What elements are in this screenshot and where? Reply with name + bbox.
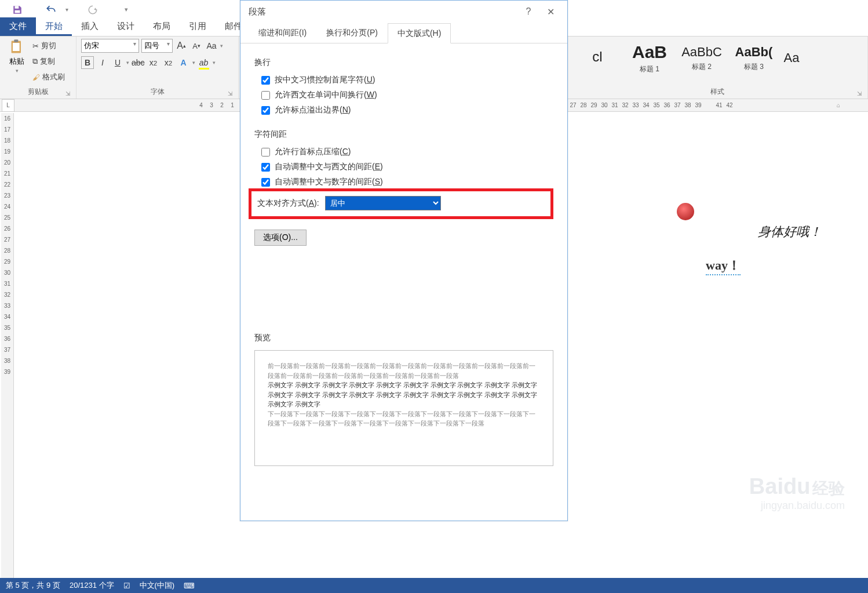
status-page[interactable]: 第 5 页，共 9 页 — [6, 580, 60, 591]
font-launcher[interactable]: ⇲ — [228, 90, 232, 97]
svg-rect-3 — [14, 39, 18, 42]
svg-rect-0 — [15, 6, 19, 9]
underline-button[interactable]: U — [111, 56, 124, 69]
ruler-tick: 38 — [4, 358, 10, 369]
tab-file[interactable]: 文件 — [0, 17, 36, 36]
group-font-label: 字体 — [151, 88, 165, 96]
tab-layout[interactable]: 布局 — [144, 17, 180, 36]
wrap-check-1[interactable]: 允许西文在单词中间换行(W) — [261, 90, 553, 100]
dialog-close[interactable]: ✕ — [539, 3, 561, 20]
clipboard-launcher[interactable]: ⇲ — [65, 90, 70, 97]
wrap-check-0[interactable]: 按中文习惯控制首尾字符(U) — [261, 75, 553, 85]
style-item-0[interactable]: cl — [571, 39, 623, 77]
dlg-tab-linebreak[interactable]: 换行和分页(P) — [316, 23, 388, 43]
ruler-tick: 2 — [217, 102, 227, 108]
ruler-tick: 37 — [672, 102, 683, 108]
ruler-tick: 4 — [196, 102, 206, 108]
subscript-button[interactable]: x2 — [147, 56, 160, 69]
group-font: 仿宋 ▾ 四号 ▾ A▴ A▾ Aa ▾ B I U▾ abc x2 x2 A▾… — [76, 37, 239, 99]
wrap-check-checkbox-2[interactable] — [261, 106, 270, 115]
spacing-check-checkbox-2[interactable] — [261, 178, 270, 187]
qat-undo-more[interactable]: ▾ — [63, 1, 71, 19]
text-align-select[interactable]: 居中 — [325, 196, 441, 210]
style-item-2[interactable]: AaBbC标题 2 — [676, 39, 728, 77]
text-effects[interactable]: A — [177, 56, 190, 69]
wrap-check-checkbox-0[interactable] — [261, 76, 270, 85]
options-button[interactable]: 选项(O)... — [254, 230, 307, 246]
font-size-picker[interactable]: 四号 ▾ — [141, 39, 173, 53]
spacing-check-checkbox-1[interactable] — [261, 163, 270, 172]
group-clipboard: 粘贴 ▾ ✂剪切 ⧉复制 🖌格式刷 剪贴板⇲ — [0, 37, 76, 99]
qat-redo[interactable] — [81, 1, 104, 19]
dialog-titlebar[interactable]: 段落 ? ✕ — [240, 1, 567, 23]
grow-font[interactable]: A▴ — [175, 39, 188, 52]
ruler-tick: 30 — [599, 102, 610, 108]
ruler-tick: 35 — [4, 325, 10, 336]
highlight-annotation: 文本对齐方式(A): 居中 — [249, 188, 553, 219]
ruler-tick: 25 — [4, 214, 10, 225]
highlight-button[interactable]: ab — [198, 56, 210, 69]
wrap-check-checkbox-1[interactable] — [261, 91, 270, 100]
ruler-tick: 22 — [4, 181, 10, 192]
spacing-check-2[interactable]: 自动调整中文与数字的间距(S) — [261, 177, 553, 187]
scissors-icon: ✂ — [32, 42, 39, 50]
tab-design[interactable]: 设计 — [108, 17, 144, 36]
ruler-tick: 35 — [651, 102, 662, 108]
dlg-tab-chinese[interactable]: 中文版式(H) — [388, 23, 451, 43]
ruler-tick: 17 — [4, 126, 10, 137]
style-item-4[interactable]: Aa — [780, 39, 803, 77]
cut-button[interactable]: ✂剪切 — [32, 39, 65, 53]
qat-save[interactable] — [6, 1, 29, 19]
shrink-font[interactable]: A▾ — [190, 39, 203, 52]
ruler-tick: 33 — [630, 102, 641, 108]
ruler-vertical[interactable]: 1617181920212223242526272829303132333435… — [1, 113, 14, 578]
status-language[interactable]: 中文(中国) — [140, 580, 175, 591]
tab-insert[interactable]: 插入 — [72, 17, 108, 36]
ruler-tick: 39 — [4, 369, 10, 380]
ruler-tick: 1 — [227, 102, 238, 108]
doc-text-line2: way！ — [706, 257, 741, 275]
spacing-check-0[interactable]: 允许行首标点压缩(C) — [261, 147, 553, 157]
ruler-tick: 28 — [578, 102, 589, 108]
section-spacing-label: 字符间距 — [254, 129, 553, 140]
brush-icon: 🖌 — [32, 73, 40, 82]
strikethrough-button[interactable]: abc — [132, 56, 145, 69]
spacing-check-1[interactable]: 自动调整中文与西文的间距(E) — [261, 162, 553, 172]
superscript-button[interactable]: x2 — [162, 56, 175, 69]
format-painter-button[interactable]: 🖌格式刷 — [32, 70, 65, 84]
spacing-check-checkbox-0[interactable] — [261, 148, 270, 157]
ruler-tick: 30 — [4, 270, 10, 281]
qat-customize[interactable]: ▾ — [115, 1, 138, 19]
qat-undo[interactable] — [39, 1, 63, 19]
ruler-tick: 34 — [4, 314, 10, 325]
dialog-help[interactable]: ? — [517, 3, 539, 20]
ruler-corner[interactable]: L — [2, 99, 14, 112]
font-name-picker[interactable]: 仿宋 ▾ — [81, 39, 139, 53]
status-words[interactable]: 20/1231 个字 — [70, 580, 114, 591]
margin-marker-icon[interactable]: ⌂ — [837, 102, 840, 108]
style-item-3[interactable]: AaBb(标题 3 — [728, 39, 780, 77]
ruler-tick: 36 — [4, 336, 10, 347]
ruler-tick: 16 — [4, 115, 10, 126]
change-case[interactable]: Aa — [205, 39, 218, 52]
bold-button[interactable]: B — [81, 56, 94, 69]
apple-image — [677, 203, 694, 220]
status-input-icon[interactable]: ⌨ — [184, 581, 195, 590]
ruler-tick: 28 — [4, 248, 10, 259]
group-styles: cl AaB标题 1 AaBbC标题 2 AaBb(标题 3 Aa 样式⇲ — [567, 37, 868, 99]
ruler-tick: 32 — [620, 102, 630, 108]
styles-launcher[interactable]: ⇲ — [857, 90, 862, 97]
dlg-tab-indent[interactable]: 缩进和间距(I) — [249, 23, 316, 43]
status-proofing-icon[interactable]: ☑ — [123, 581, 130, 590]
style-item-1[interactable]: AaB标题 1 — [623, 39, 676, 77]
paste-button[interactable]: 粘贴 ▾ — [5, 39, 29, 74]
tab-references[interactable]: 引用 — [180, 17, 216, 36]
ruler-tick: 29 — [4, 259, 10, 270]
copy-button[interactable]: ⧉复制 — [32, 54, 65, 68]
ruler-tick: 34 — [641, 102, 651, 108]
tab-home[interactable]: 开始 — [36, 17, 72, 36]
ruler-tick: 31 — [4, 281, 10, 292]
italic-button[interactable]: I — [96, 56, 109, 69]
svg-rect-1 — [15, 10, 20, 13]
wrap-check-2[interactable]: 允许标点溢出边界(N) — [261, 105, 553, 115]
